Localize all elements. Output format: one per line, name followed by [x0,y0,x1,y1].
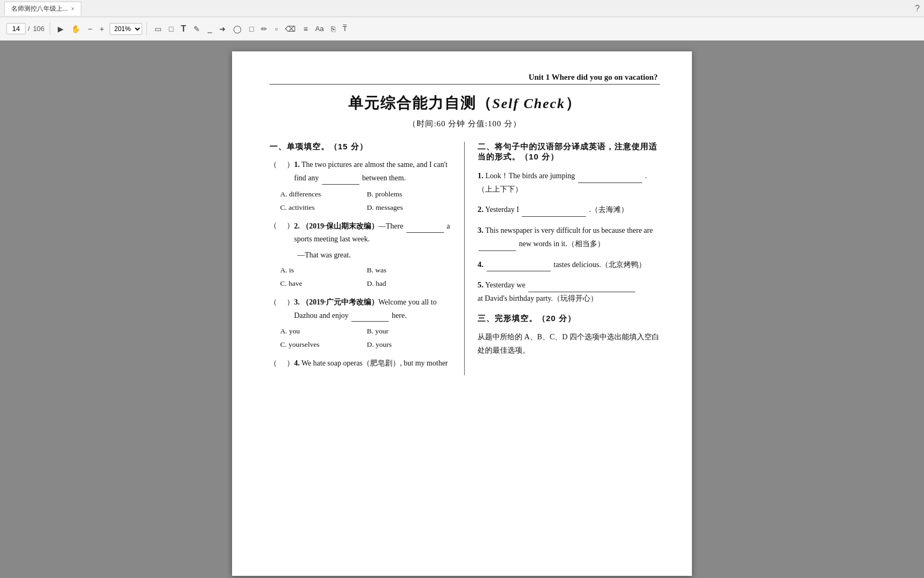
comment-icon: □ [169,25,173,33]
pdf-area: Unit 1 Where did you go on vacation? 单元综… [0,41,924,578]
page-subtitle: （时间:60 分钟 分值:100 分） [270,119,660,129]
rq-3: 3. This newspaper is very difficult for … [478,223,660,251]
rq2-num: 2. [478,205,483,214]
cursor-icon: ▶ [58,25,64,33]
tool-group-1: ▶ ✋ − + [55,22,107,35]
image-btn[interactable]: ⎘ [328,22,338,35]
page-total: 106 [33,25,45,33]
q1-opt-b: B. problems [367,188,453,201]
rq4-num: 4. [478,260,483,269]
zoom-out-btn[interactable]: − [84,22,95,35]
lines-btn[interactable]: ≡ [300,22,311,35]
q4-bracket: （ [270,357,279,370]
page-title: 单元综合能力自测（Self Check） [270,93,660,113]
q2-opt-c: C. have [280,277,367,291]
tool-group-2: ▭ □ T ✎ ⎯ ➜ ◯ □ ✏ ▫ ⌫ ≡ [151,22,351,36]
rq5-blank [528,278,635,292]
hand-tool-btn[interactable]: ✋ [68,22,83,35]
ellipse-btn[interactable]: ◯ [230,22,245,35]
q3-row: （ ） 3. （2019·广元中考改编）Welcome you all to D… [270,296,453,322]
image-icon: ⎘ [331,25,335,33]
line-btn[interactable]: ⎯ [204,22,215,35]
page-number-input[interactable] [6,23,26,34]
two-col-layout: 一、单项填空。（15 分） （ ） 1. The two pictures ar… [270,142,660,375]
zoom-in-btn[interactable]: + [97,22,107,35]
rect-btn[interactable]: □ [246,22,257,35]
rq-5: 5. Yesterday we at David's birthday part… [478,278,660,305]
arrow-icon: ➜ [219,25,226,33]
tab-label: 名师测控八年级上... [11,4,68,13]
sep2 [147,22,147,35]
q1-row: （ ） 1. The two pictures are almost the s… [270,158,453,185]
ellipse-icon: ◯ [233,25,242,33]
stamp-btn[interactable]: T̅ [340,22,350,35]
q2-blank [406,219,444,233]
q1-bracket: （ [270,158,279,171]
zoom-in-icon: + [100,25,104,33]
q1-opt-d: D. messages [367,201,453,215]
zoom-out-icon: − [88,25,92,33]
q1-blank [322,171,359,185]
text-icon: Aa [315,25,324,33]
q2-line2: —That was great. [297,249,453,262]
q1-bracket-close: ） [279,158,294,171]
section3-title: 三、完形填空。（20 分） [478,314,660,324]
col-left: 一、单项填空。（15 分） （ ） 1. The two pictures ar… [270,142,465,375]
text-select-btn[interactable]: T [178,22,189,36]
transform-btn[interactable]: ▫ [272,22,281,35]
q3-bracket-close: ） [279,296,294,309]
q1-opt-c: C. activities [280,201,367,215]
help-icon[interactable]: ? [915,4,920,13]
comment-btn[interactable]: □ [166,22,176,35]
arrow-btn[interactable]: ➜ [216,22,229,35]
q2-text: 2. （2019·保山期末改编）—There a sports meeting … [294,219,453,246]
unit-header: Unit 1 Where did you go on vacation? [270,73,660,82]
q2-opt-a: A. is [280,264,367,277]
eraser-icon: ⌫ [285,25,296,33]
text-select-icon: T [181,24,186,34]
rq3-num: 3. [478,226,483,234]
sep1 [50,22,50,35]
q2-bracket: （ [270,219,279,232]
q3-opt-d: D. yours [367,338,453,352]
q3-blank [351,309,389,322]
q3-options: A. you B. your C. yourselves D. yours [280,325,453,352]
section2-title: 二、将句子中的汉语部分译成英语，注意使用适当的形式。（10 分） [478,142,660,162]
pen-btn[interactable]: ✎ [190,22,203,35]
lines-icon: ≡ [303,25,307,33]
q2-bracket-close: ） [279,219,294,232]
question-4: （ ） 4. We hate soap operas（肥皂剧）, but my … [270,357,453,370]
page-nav-group: / 106 [6,23,45,34]
toolbar: / 106 ▶ ✋ − + 201% 50% 75% 100% 150% 200… [0,17,924,41]
q4-text: 4. We hate soap operas（肥皂剧）, but my moth… [294,357,453,370]
rq3-blank [479,237,516,251]
fit-btn[interactable]: ▭ [151,22,165,35]
titlebar: 名师测控八年级上... × ? [0,0,924,17]
q1-options: A. differences B. problems C. activities… [280,188,453,215]
pencil-icon: ✏ [261,25,267,33]
q2-opt-b: B. was [367,264,453,277]
q3-text: 3. （2019·广元中考改编）Welcome you all to Dazho… [294,296,453,322]
q3-bracket: （ [270,296,279,309]
q4-bracket-close: ） [279,357,294,370]
q2-num: 2. [294,222,300,230]
text-btn[interactable]: Aa [312,22,327,35]
question-1: （ ） 1. The two pictures are almost the s… [270,158,453,214]
tab[interactable]: 名师测控八年级上... × [4,2,81,16]
section1-title: 一、单项填空。（15 分） [270,142,453,152]
q2-opt-d: D. had [367,277,453,291]
q1-opt-a: A. differences [280,188,367,201]
q1-text: 1. The two pictures are almost the same,… [294,158,453,185]
q3-opt-c: C. yourselves [280,338,367,352]
rq1-blank [578,169,642,183]
fit-icon: ▭ [155,25,161,33]
q2-row: （ ） 2. （2019·保山期末改编）—There a sports meet… [270,219,453,246]
page-separator: / [28,25,30,33]
q1-num: 1. [294,161,300,169]
close-tab-icon[interactable]: × [71,6,74,12]
q2-options: A. is B. was C. have D. had [280,264,453,291]
pencil-btn[interactable]: ✏ [258,22,271,35]
eraser-btn[interactable]: ⌫ [282,22,299,35]
select-tool-btn[interactable]: ▶ [55,22,67,35]
zoom-select[interactable]: 201% 50% 75% 100% 150% 200% 300% [110,23,142,35]
